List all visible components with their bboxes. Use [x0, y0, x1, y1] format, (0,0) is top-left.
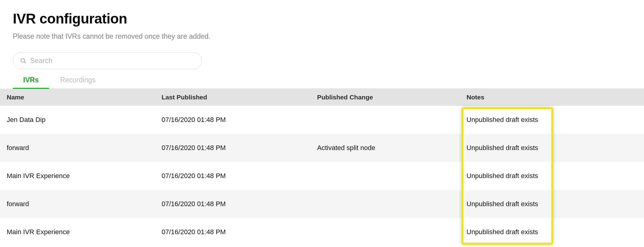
table-row[interactable]: Jen Data Dip07/16/2020 01:48 PMUnpublish…: [0, 106, 644, 134]
table-header-notes: Notes: [467, 94, 644, 101]
tabs: IVRs Recordings: [13, 76, 644, 89]
cell-notes: Unpublished draft exists: [467, 116, 644, 124]
cell-last-published: 07/16/2020 01:48 PM: [162, 172, 317, 180]
cell-last-published: 07/16/2020 01:48 PM: [162, 200, 317, 208]
cell-name: Main IVR Experience: [0, 228, 162, 236]
tab-ivrs[interactable]: IVRs: [23, 76, 39, 88]
table-row[interactable]: Main IVR Experience07/16/2020 01:48 PMUn…: [0, 162, 644, 190]
cell-last-published: 07/16/2020 01:48 PM: [162, 116, 317, 124]
page-title: IVR configuration: [13, 10, 644, 27]
cell-published-change: Activated split node: [317, 144, 467, 152]
search-icon: [20, 57, 27, 64]
cell-notes: Unpublished draft exists: [467, 228, 644, 236]
cell-last-published: 07/16/2020 01:48 PM: [162, 228, 317, 236]
table-row[interactable]: forward07/16/2020 01:48 PMActivated spli…: [0, 134, 644, 162]
page-subtitle: Please note that IVRs cannot be removed …: [13, 32, 644, 41]
cell-name: Main IVR Experience: [0, 172, 162, 180]
table-header-last-published: Last Published: [162, 94, 317, 101]
cell-notes: Unpublished draft exists: [467, 172, 644, 180]
cell-name: Jen Data Dip: [0, 116, 162, 124]
cell-name: forward: [0, 144, 162, 152]
search-input-container[interactable]: [13, 52, 202, 69]
cell-last-published: 07/16/2020 01:48 PM: [162, 144, 317, 152]
ivr-table: Name Last Published Published Change Not…: [0, 89, 644, 246]
table-header-name: Name: [0, 94, 162, 101]
table-header-row: Name Last Published Published Change Not…: [0, 89, 644, 106]
table-header-published-change: Published Change: [317, 94, 467, 101]
svg-line-1: [24, 62, 26, 63]
table-row[interactable]: forward07/16/2020 01:48 PMUnpublished dr…: [0, 190, 644, 218]
table-row[interactable]: Main IVR Experience07/16/2020 01:48 PMUn…: [0, 218, 644, 246]
search-input[interactable]: [30, 57, 195, 65]
cell-name: forward: [0, 200, 162, 208]
svg-point-0: [21, 59, 25, 63]
cell-notes: Unpublished draft exists: [467, 200, 644, 208]
cell-notes: Unpublished draft exists: [467, 144, 644, 152]
tab-recordings[interactable]: Recordings: [60, 76, 95, 88]
